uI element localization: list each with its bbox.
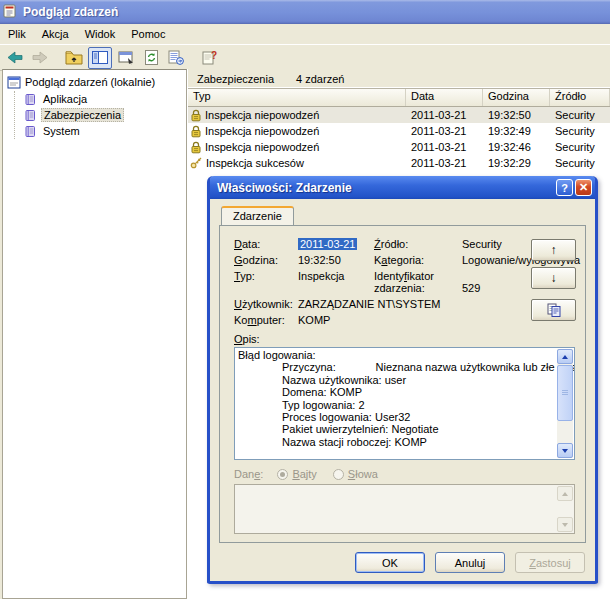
description-scrollbar[interactable] (557, 349, 573, 458)
list-info-count: 4 zdarzeń (296, 73, 344, 85)
dialog-body: Zdarzenie Data: 2011-03-21 Źródło: Secur… (210, 199, 595, 581)
event-type-cell: Inspekcja sukcesów (188, 157, 406, 169)
log-book-icon (24, 109, 37, 122)
scroll-up-icon[interactable] (557, 349, 573, 364)
id-label: Identyfikator zdarzenia: (374, 270, 462, 294)
godzina-value: 19:32:50 (298, 254, 374, 266)
key-icon (190, 157, 203, 169)
column-header-typ[interactable]: Typ (188, 89, 406, 106)
event-fields: Data: 2011-03-21 Źródło: Security Godzin… (234, 238, 517, 326)
back-icon[interactable] (4, 48, 26, 68)
previous-event-button[interactable]: ↑ (531, 239, 576, 261)
event-viewer-icon (7, 76, 21, 89)
tab-strip: Zdarzenie (219, 205, 586, 225)
event-source-cell: Security (550, 141, 610, 153)
godzina-label: Godzina: (234, 254, 298, 266)
app-icon (3, 4, 19, 19)
uzytkownik-label: Użytkownik: (234, 298, 298, 310)
description-text: Błąd logowania:Przyczyna: Nieznana nazwa… (238, 349, 555, 460)
list-column-headers: Typ Data Godzina Źródło (188, 89, 610, 107)
tree-item-system[interactable]: System (15, 123, 186, 139)
next-event-button[interactable]: ↓ (531, 267, 576, 289)
event-time-cell: 19:32:29 (483, 157, 550, 169)
window-titlebar: Podgląd zdarzeń (0, 0, 610, 24)
column-header-godzina[interactable]: Godzina (483, 89, 550, 106)
event-row[interactable]: Inspekcja sukcesów2011-03-2119:32:29Secu… (188, 155, 610, 171)
radio-label: Słowa (348, 468, 378, 480)
event-type-cell: Inspekcja niepowodzeń (188, 125, 406, 138)
event-type-cell: Inspekcja niepowodzeń (188, 141, 406, 154)
column-header-zrodlo[interactable]: Źródło (550, 89, 610, 106)
data-value: 2011-03-21 (298, 238, 357, 250)
show-hide-tree-icon[interactable] (88, 47, 112, 69)
forward-icon[interactable] (29, 48, 51, 68)
event-time-cell: 19:32:50 (483, 109, 550, 121)
description-line: Nazwa użytkownika: user (238, 374, 555, 386)
tree-root-label: Podgląd zdarzeń (lokalnie) (25, 76, 155, 88)
lock-icon (190, 125, 202, 138)
typ-label: Typ: (234, 270, 298, 282)
menu-item-pomoc[interactable]: Pomoc (123, 26, 173, 42)
event-row[interactable]: Inspekcja niepowodzeń2011-03-2119:32:46S… (188, 139, 610, 155)
dane-options: BajtySłowa (277, 468, 377, 480)
description-line: Pakiet uwierzytelnień: Negotiate (238, 423, 555, 435)
menu-item-plik[interactable]: Plik (0, 26, 34, 42)
tree-root-event-viewer[interactable]: Podgląd zdarzeń (lokalnie) (3, 73, 186, 91)
radio-słowa[interactable]: Słowa (333, 468, 378, 480)
event-date-cell: 2011-03-21 (406, 109, 483, 121)
copy-icon (547, 303, 561, 317)
description-line (238, 448, 555, 460)
dialog-title: Właściwości: Zdarzenie (217, 181, 554, 195)
event-source-cell: Security (550, 109, 610, 121)
properties-icon[interactable] (115, 48, 137, 68)
radio-icon (333, 469, 344, 480)
typ-value: Inspekcja (298, 270, 374, 282)
menu-item-akcja[interactable]: Akcja (34, 26, 77, 42)
event-row[interactable]: Inspekcja niepowodzeń2011-03-2119:32:49S… (188, 123, 610, 139)
description-line: Błąd logowania: (238, 349, 555, 361)
scrollbar-thumb[interactable] (557, 365, 573, 421)
zastosuj-button[interactable]: Zastosuj (515, 552, 585, 573)
dialog-close-icon[interactable]: ✕ (575, 179, 592, 196)
refresh-icon[interactable] (140, 48, 162, 68)
description-line: Domena: KOMP (238, 386, 555, 398)
event-date-cell: 2011-03-21 (406, 125, 483, 137)
event-row[interactable]: Inspekcja niepowodzeń2011-03-2119:32:50S… (188, 107, 610, 123)
window-title: Podgląd zdarzeń (23, 5, 118, 19)
tree-item-label: Aplikacja (41, 93, 89, 105)
event-source-cell: Security (550, 125, 610, 137)
event-date-cell: 2011-03-21 (406, 157, 483, 169)
tree-item-zabezpieczenia[interactable]: Zabezpieczenia (15, 107, 186, 123)
dane-row: Dane: BajtySłowa (234, 468, 575, 480)
anuluj-button[interactable]: Anuluj (435, 552, 505, 573)
scroll-down-icon[interactable] (557, 443, 573, 458)
event-source-cell: Security (550, 157, 610, 169)
menu-item-widok[interactable]: Widok (77, 26, 124, 42)
description-box[interactable]: Błąd logowania:Przyczyna: Nieznana nazwa… (234, 347, 575, 460)
tree-item-label: System (41, 125, 82, 137)
help-icon[interactable]: ? (199, 48, 221, 68)
scroll-down-icon (557, 517, 573, 532)
dialog-help-icon[interactable]: ? (556, 179, 573, 196)
radio-bajty[interactable]: Bajty (277, 468, 316, 480)
kategoria-label: Kategoria: (374, 254, 462, 266)
log-book-icon (24, 125, 37, 138)
ok-button[interactable]: OK (355, 552, 425, 573)
toolbar: ? (0, 45, 610, 71)
up-folder-icon[interactable] (63, 48, 85, 68)
list-info-scope: Zabezpieczenia (197, 73, 274, 85)
description-line: Nazwa stacji roboczej: KOMP (238, 436, 555, 448)
tree-item-label: Zabezpieczenia (41, 108, 124, 122)
export-list-icon[interactable] (165, 48, 187, 68)
tree-children: AplikacjaZabezpieczeniaSystem (14, 91, 186, 139)
tree-item-aplikacja[interactable]: Aplikacja (15, 91, 186, 107)
event-nav-buttons: ↑ ↓ (531, 239, 576, 321)
event-time-cell: 19:32:49 (483, 125, 550, 137)
dialog-titlebar: Właściwości: Zdarzenie ? ✕ (210, 176, 595, 199)
description-line: Proces logowania: User32 (238, 411, 555, 423)
column-header-data[interactable]: Data (406, 89, 483, 106)
menu-bar: PlikAkcjaWidokPomoc (0, 24, 610, 45)
copy-button[interactable] (531, 299, 576, 321)
description-line: Typ logowania: 2 (238, 399, 555, 411)
tab-zdarzenie[interactable]: Zdarzenie (221, 206, 294, 226)
